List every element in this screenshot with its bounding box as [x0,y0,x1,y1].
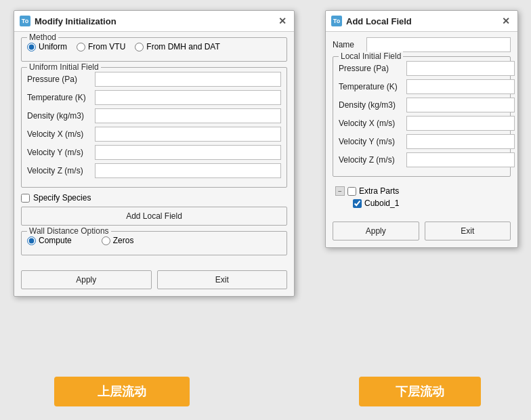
add-local-field-dialog: To Add Local Field ✕ Name LocalField_1 L… [325,10,518,248]
right-dialog-titlebar: To Add Local Field ✕ [326,11,517,32]
radio-from-vtu[interactable]: From VTU [77,42,125,51]
right-dialog-body: Name LocalField_1 Local Initial Field Pr… [326,32,517,217]
scene: To Modify Initialization ✕ Method Unifor… [0,0,531,420]
left-exit-button[interactable]: Exit [157,270,288,289]
local-group-label: Local Initial Field [339,51,403,61]
r-temperature-label: Temperature (K) [339,82,406,91]
local-initial-field-group: Local Initial Field Pressure (Pa) 1532.5… [333,56,511,177]
radio-zeros[interactable]: Zeros [102,236,134,245]
left-dialog-body: Method Uniform From VTU From DMH and DAT [14,32,294,266]
extra-parts-section: − Extra Parts Cuboid_1 [333,182,511,212]
temperature-input[interactable]: 153.963 [95,90,281,105]
right-app-icon: To [331,16,342,26]
radio-from-dmh[interactable]: From DMH and DAT [135,42,219,51]
density-row: Density (kg/m3) 0.0324 [27,108,281,123]
wall-radio-group: Compute Zeros [27,236,281,245]
r-temperature-input[interactable]: 91.4855 [406,79,515,94]
left-app-icon: To [20,16,30,26]
r-velocity-y-input[interactable]: 0 [406,134,515,149]
temperature-row: Temperature (K) 153.963 [27,90,281,105]
pressure-label: Pressure (Pa) [27,75,95,84]
right-close-button[interactable]: ✕ [500,15,512,27]
method-radio-group: Uniform From VTU From DMH and DAT [27,42,281,51]
r-pressure-row: Pressure (Pa) 1532.5 [339,61,505,76]
r-velocity-x-input[interactable]: 651.92 [406,116,515,131]
density-input[interactable]: 0.0324 [95,108,281,123]
name-input[interactable]: LocalField_1 [366,37,511,52]
velocity-z-row: Velocity Z (m/s) 0 [27,163,281,178]
r-velocity-x-row: Velocity X (m/s) 651.92 [339,116,505,131]
name-row: Name LocalField_1 [333,37,511,52]
uniform-group-label: Uniform Initial Field [27,62,101,72]
cuboid-label: Cuboid_1 [364,198,399,208]
specify-species-checkbox[interactable] [21,194,30,203]
velocity-y-row: Velocity Y (m/s) 0 [27,145,281,160]
right-apply-button[interactable]: Apply [333,222,419,240]
method-group: Method Uniform From VTU From DMH and DAT [21,37,287,62]
cuboid-tree-item: Cuboid_1 [333,197,511,209]
extra-parts-tree-item: − Extra Parts [333,185,511,197]
velocity-x-input[interactable]: 547.23 [95,127,281,142]
r-velocity-y-row: Velocity Y (m/s) 0 [339,134,505,149]
left-dialog-footer: Apply Exit [14,266,294,296]
right-exit-button[interactable]: Exit [425,222,511,240]
r-temperature-row: Temperature (K) 91.4855 [339,79,505,94]
specify-species-row: Specify Species [21,193,287,203]
extra-parts-checkbox[interactable] [347,187,356,196]
velocity-y-label: Velocity Y (m/s) [27,148,95,157]
left-close-button[interactable]: ✕ [276,15,289,27]
right-dialog-footer: Apply Exit [326,217,517,247]
r-velocity-z-label: Velocity Z (m/s) [339,155,406,165]
right-orange-label[interactable]: 下层流动 [359,377,481,406]
method-group-label: Method [27,33,58,42]
r-density-row: Density (kg/m3) 0.0584 [339,98,505,112]
velocity-z-label: Velocity Z (m/s) [27,166,95,175]
r-density-input[interactable]: 0.0584 [406,98,515,112]
temperature-label: Temperature (K) [27,93,95,102]
left-orange-label[interactable]: 上层流动 [54,377,190,406]
r-velocity-x-label: Velocity X (m/s) [339,119,406,128]
r-velocity-y-label: Velocity Y (m/s) [339,137,406,146]
velocity-x-label: Velocity X (m/s) [27,129,95,139]
r-velocity-z-row: Velocity Z (m/s) 0 [339,152,505,167]
density-label: Density (kg/m3) [27,111,95,121]
extra-parts-label: Extra Parts [359,186,399,196]
r-density-label: Density (kg/m3) [339,100,406,110]
radio-uniform[interactable]: Uniform [27,42,67,51]
right-dialog-title: Add Local Field [346,16,496,26]
velocity-z-input[interactable]: 0 [95,163,281,178]
radio-compute[interactable]: Compute [27,236,72,245]
modify-initialization-dialog: To Modify Initialization ✕ Method Unifor… [14,10,295,297]
specify-species-label: Specify Species [33,193,91,203]
pressure-input[interactable]: 1432.45 [95,72,281,87]
add-local-field-button[interactable]: Add Local Field [21,207,287,226]
cuboid-checkbox[interactable] [353,199,362,208]
tree-collapse-icon[interactable]: − [335,186,345,196]
velocity-x-row: Velocity X (m/s) 547.23 [27,127,281,142]
left-dialog-titlebar: To Modify Initialization ✕ [14,11,294,32]
pressure-row: Pressure (Pa) 1432.45 [27,72,281,87]
wall-group-label: Wall Distance Options [27,226,111,236]
wall-distance-group: Wall Distance Options Compute Zeros [21,231,287,255]
name-field-label: Name [333,40,366,49]
r-pressure-input[interactable]: 1532.5 [406,61,515,76]
r-pressure-label: Pressure (Pa) [339,64,406,73]
velocity-y-input[interactable]: 0 [95,145,281,160]
left-dialog-title: Modify Initialization [35,16,272,26]
uniform-initial-field-group: Uniform Initial Field Pressure (Pa) 1432… [21,67,287,188]
left-apply-button[interactable]: Apply [21,270,152,289]
r-velocity-z-input[interactable]: 0 [406,152,515,167]
